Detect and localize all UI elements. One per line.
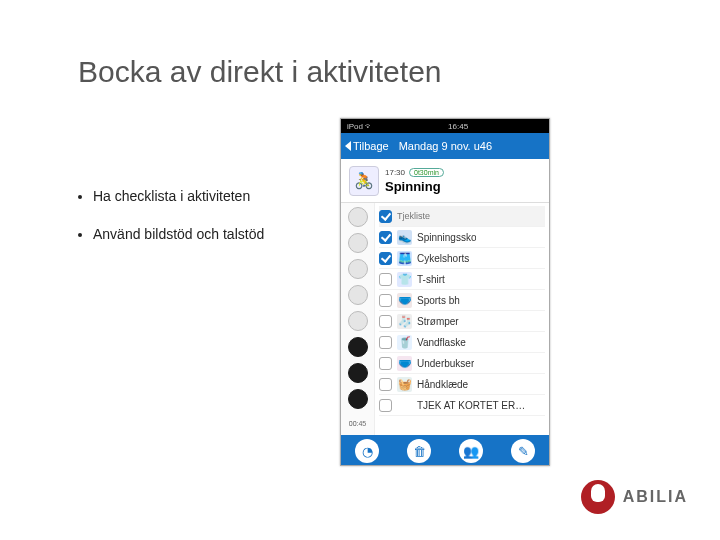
checkbox[interactable] — [379, 252, 392, 265]
share-button[interactable]: 👥 — [459, 439, 483, 463]
trash-button[interactable]: 🗑 — [407, 439, 431, 463]
checkbox[interactable] — [379, 231, 392, 244]
item-image-icon: 👟 — [397, 230, 412, 245]
checkbox[interactable] — [379, 336, 392, 349]
checklist-item[interactable]: 👟Spinningssko — [379, 227, 545, 248]
alert-button[interactable]: ◔ — [355, 439, 379, 463]
brand-mark-icon — [581, 480, 615, 514]
bullet-item: Ha checklista i aktiviteten — [93, 188, 264, 204]
checkbox[interactable] — [379, 273, 392, 286]
checklist-item[interactable]: 🧦Strømper — [379, 311, 545, 332]
item-label: Spinningssko — [417, 232, 476, 243]
time-dots-column: 00:45 — [341, 203, 375, 435]
time-dot — [348, 363, 368, 383]
time-dot — [348, 311, 368, 331]
item-label: TJEK AT KORTET ER… — [417, 400, 525, 411]
checklist-header-row: Tjekliste — [379, 206, 545, 227]
brand-text: ABILIA — [623, 488, 688, 506]
slide-title: Bocka av direkt i aktiviteten — [78, 55, 442, 89]
duration-pill: 0t30min — [409, 168, 444, 177]
item-image-icon: 👕 — [397, 272, 412, 287]
activity-image-icon: 🚴 — [349, 166, 379, 196]
status-bar: iPod ᯤ 16:45 — [341, 119, 549, 133]
checkbox[interactable] — [379, 357, 392, 370]
item-label: Vandflaske — [417, 337, 466, 348]
item-label: Strømper — [417, 316, 459, 327]
item-image-icon: 🧦 — [397, 314, 412, 329]
status-left: iPod ᯤ — [347, 122, 373, 131]
bullet-item: Använd bildstöd och talstöd — [93, 226, 264, 242]
checklist-item[interactable]: 👕T-shirt — [379, 269, 545, 290]
checklist-item[interactable]: 🩲Sports bh — [379, 290, 545, 311]
item-label: Underbukser — [417, 358, 474, 369]
activity-time: 17:30 — [385, 168, 405, 177]
checklist-item[interactable]: 🩳Cykelshorts — [379, 248, 545, 269]
activity-header: 🚴 17:30 0t30min Spinning — [341, 159, 549, 203]
checklist-header-label: Tjekliste — [397, 211, 430, 221]
brand-logo: ABILIA — [581, 480, 688, 514]
checkbox[interactable] — [379, 399, 392, 412]
checklist-item[interactable]: TJEK AT KORTET ER… — [379, 395, 545, 416]
activity-title: Spinning — [385, 179, 541, 194]
item-image-icon: 🩲 — [397, 293, 412, 308]
item-label: Sports bh — [417, 295, 460, 306]
item-label: Håndklæde — [417, 379, 468, 390]
edit-button[interactable]: ✎ — [511, 439, 535, 463]
checklist-item[interactable]: 🩲Underbukser — [379, 353, 545, 374]
time-dot — [348, 259, 368, 279]
checkbox-icon — [379, 210, 392, 223]
item-image-icon: 🥤 — [397, 335, 412, 350]
item-image-icon: 🩲 — [397, 356, 412, 371]
item-image-icon: 🩳 — [397, 251, 412, 266]
item-label: T-shirt — [417, 274, 445, 285]
status-time: 16:45 — [448, 122, 468, 131]
time-dot — [348, 285, 368, 305]
time-dot — [348, 337, 368, 357]
checklist-item[interactable]: 🥤Vandflaske — [379, 332, 545, 353]
dots-footer: 00:45 — [349, 420, 367, 431]
bottom-toolbar: ◔ 🗑 👥 ✎ — [341, 435, 549, 466]
phone-screenshot: iPod ᯤ 16:45 Tilbage Mandag 9 nov. u46 🚴… — [340, 118, 550, 466]
item-image-icon: 🧺 — [397, 377, 412, 392]
time-dot — [348, 233, 368, 253]
checklist-column: Tjekliste 👟Spinningssko🩳Cykelshorts👕T-sh… — [375, 203, 549, 435]
checkbox[interactable] — [379, 315, 392, 328]
nav-bar: Tilbage Mandag 9 nov. u46 — [341, 133, 549, 159]
chevron-left-icon — [345, 141, 351, 151]
time-dot — [348, 389, 368, 409]
time-dot — [348, 207, 368, 227]
checkbox[interactable] — [379, 294, 392, 307]
back-label: Tilbage — [353, 140, 389, 152]
checkbox[interactable] — [379, 378, 392, 391]
checklist-item[interactable]: 🧺Håndklæde — [379, 374, 545, 395]
nav-title: Mandag 9 nov. u46 — [399, 140, 492, 152]
back-button[interactable]: Tilbage — [341, 140, 393, 152]
bullet-list: Ha checklista i aktiviteten Använd bilds… — [75, 188, 264, 264]
item-image-icon — [397, 398, 412, 413]
item-label: Cykelshorts — [417, 253, 469, 264]
